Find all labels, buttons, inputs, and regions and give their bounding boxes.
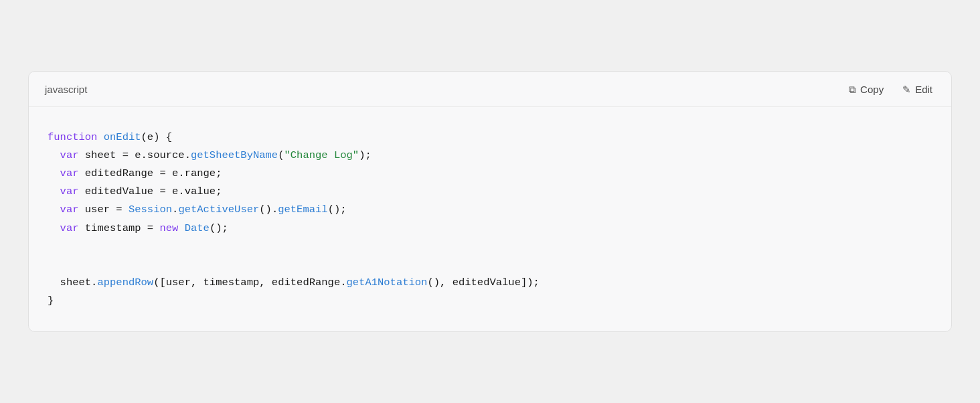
code-body: function onEdit(e) { var sheet = e.sourc… bbox=[29, 107, 951, 331]
code-block: javascript ⧉ Copy ✎ Edit function onEdit… bbox=[28, 71, 952, 332]
edit-label: Edit bbox=[915, 84, 932, 95]
edit-button[interactable]: ✎ Edit bbox=[900, 82, 935, 97]
code-language-label: javascript bbox=[45, 84, 87, 95]
copy-button[interactable]: ⧉ Copy bbox=[846, 82, 886, 97]
copy-label: Copy bbox=[860, 84, 884, 95]
edit-icon: ✎ bbox=[902, 84, 911, 96]
code-header: javascript ⧉ Copy ✎ Edit bbox=[29, 72, 951, 107]
copy-icon: ⧉ bbox=[849, 84, 856, 96]
code-content: function onEdit(e) { var sheet = e.sourc… bbox=[48, 129, 932, 310]
code-actions: ⧉ Copy ✎ Edit bbox=[846, 82, 935, 97]
